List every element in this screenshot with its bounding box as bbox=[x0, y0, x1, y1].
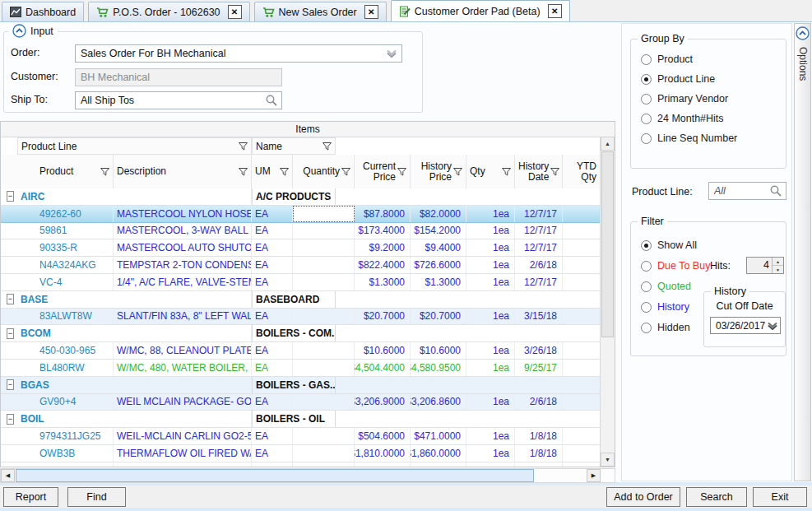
group-row-bgas[interactable]: −BGASBOILERS - GAS... bbox=[1, 377, 601, 394]
radio-button-icon[interactable] bbox=[641, 240, 652, 251]
radio-button-icon[interactable] bbox=[641, 114, 652, 124]
radio-button-icon[interactable] bbox=[641, 323, 652, 333]
scroll-up-icon[interactable]: ▲ bbox=[601, 137, 615, 151]
tab-dashboard[interactable]: Dashboard bbox=[2, 2, 84, 21]
radio-due-to-buy[interactable]: Due To Buy bbox=[641, 259, 710, 272]
item-row-owt8l3[interactable]: OWT8L3WILLIAMSON THERMFLO OIL...EA$1,733… bbox=[1, 462, 601, 467]
radio-quoted[interactable]: Quoted bbox=[641, 280, 691, 293]
radio-product-line[interactable]: Product Line bbox=[641, 72, 715, 86]
tab-p-o-s-order-1062630[interactable]: P.O.S. Order - 1062630✕ bbox=[88, 2, 249, 21]
horizontal-scrollbar[interactable]: ◀ ▶ bbox=[0, 468, 615, 483]
column-header-current-price[interactable]: Current Price bbox=[355, 155, 411, 188]
radio-button-icon[interactable] bbox=[641, 74, 652, 85]
order-combobox[interactable]: Sales Order For BH Mechanical bbox=[75, 44, 402, 63]
options-strip[interactable]: Options bbox=[794, 23, 811, 481]
product-line-field[interactable]: All bbox=[708, 182, 786, 200]
item-row-vc-4[interactable]: VC-41/4", A/C FLARE, VALVE-STEMEA$1.3000… bbox=[1, 274, 601, 291]
item-row-gv90+4[interactable]: GV90+4WEIL MCLAIN PACKAGE- GOLDEA$3,206.… bbox=[1, 394, 601, 411]
filter-funnel-icon[interactable] bbox=[341, 168, 350, 176]
group-row-airc[interactable]: −AIRCA/C PRODUCTS bbox=[1, 188, 601, 206]
report-button[interactable]: Report bbox=[3, 487, 58, 507]
filter-funnel-icon[interactable] bbox=[100, 168, 109, 176]
shipto-field[interactable]: All Ship Tos bbox=[75, 91, 282, 109]
radio-product[interactable]: Product bbox=[641, 53, 693, 66]
item-row-bl480rw[interactable]: BL480RWW/MC, 480, WATER BOILER,EA$4,504.… bbox=[1, 360, 601, 377]
vertical-scrollbar[interactable]: ▲ ▼ bbox=[600, 137, 615, 467]
item-row-83alwt8w[interactable]: 83ALWT8WSLANT/FIN 83A, 8" LEFT WALLEA$20… bbox=[1, 309, 601, 326]
add-to-order-button[interactable]: Add to Order bbox=[606, 487, 680, 507]
tab-new-sales-order[interactable]: New Sales Order✕ bbox=[254, 2, 387, 21]
column-header-ytd-qty[interactable]: YTD Qty bbox=[563, 155, 601, 188]
filter-funnel-icon[interactable] bbox=[502, 168, 511, 176]
filter-funnel-icon[interactable] bbox=[322, 142, 332, 151]
scroll-left-icon[interactable]: ◀ bbox=[1, 469, 15, 482]
filter-funnel-icon[interactable] bbox=[550, 168, 559, 176]
spin-down-icon[interactable]: ▼ bbox=[773, 266, 783, 273]
close-icon[interactable]: ✕ bbox=[228, 5, 242, 19]
quantity-cell bbox=[293, 394, 355, 411]
column-header-quantity[interactable]: Quantity bbox=[293, 155, 355, 188]
collapse-group-icon[interactable]: − bbox=[7, 379, 14, 390]
search-button[interactable]: Search bbox=[686, 487, 747, 507]
close-icon[interactable]: ✕ bbox=[548, 4, 562, 18]
close-icon[interactable]: ✕ bbox=[364, 5, 378, 19]
collapse-group-icon[interactable]: − bbox=[7, 191, 14, 202]
scroll-right-icon[interactable]: ▶ bbox=[587, 469, 601, 482]
filter-funnel-icon[interactable] bbox=[280, 168, 289, 176]
cutoff-date-combobox[interactable]: 03/26/2017 bbox=[710, 317, 781, 334]
hits-spinner[interactable]: 4 ▲ ▼ bbox=[746, 257, 784, 274]
item-row-90335-r[interactable]: 90335-RMASTERCOOL AUTO SHUTOFF...EA$9.20… bbox=[1, 239, 601, 257]
chevron-down-icon[interactable] bbox=[767, 322, 778, 330]
customer-value: BH Mechanical bbox=[81, 72, 278, 83]
column-header-description[interactable]: Description bbox=[114, 155, 252, 188]
column-header-history-date[interactable]: History Date bbox=[515, 155, 563, 188]
chevron-down-icon[interactable] bbox=[385, 49, 398, 58]
tab-customer-order-pad-beta-[interactable]: Customer Order Pad (Beta)✕ bbox=[391, 0, 570, 21]
filter-funnel-icon[interactable] bbox=[453, 168, 462, 176]
item-row-59861[interactable]: 59861MASTERCOOL, 3-WAY BALL VA...EA$173.… bbox=[1, 223, 601, 240]
radio-show-all[interactable]: Show All bbox=[641, 239, 697, 252]
filter-funnel-icon[interactable] bbox=[397, 168, 406, 176]
collapse-panel-icon[interactable] bbox=[12, 24, 26, 38]
collapse-panel-icon[interactable] bbox=[796, 26, 810, 40]
search-icon[interactable] bbox=[265, 94, 278, 107]
item-row-owb3b[interactable]: OWB3BTHERMAFLOW OIL FIRED WAT...EA$1,810… bbox=[1, 445, 601, 462]
filter-funnel-icon[interactable] bbox=[239, 168, 248, 176]
search-icon[interactable] bbox=[769, 184, 782, 197]
column-header-qty[interactable]: Qty bbox=[466, 155, 515, 188]
radio-button-icon[interactable] bbox=[641, 261, 652, 272]
collapse-group-icon[interactable]: − bbox=[7, 294, 14, 304]
exit-button[interactable]: Exit bbox=[753, 487, 807, 507]
group-row-bcom[interactable]: −BCOMBOILERS - COM... bbox=[1, 325, 601, 342]
radio-button-icon[interactable] bbox=[641, 94, 652, 105]
item-row-450-030-965[interactable]: 450-030-965W/MC, 88, CLEANOUT PLATE,...E… bbox=[1, 342, 601, 360]
radio-line-seq-number[interactable]: Line Seq Number bbox=[641, 132, 737, 145]
item-row-9794311jg25[interactable]: 9794311JG25WEIL-MCLAIN CARLIN GO2-5...EA… bbox=[1, 428, 601, 445]
radio-button-icon[interactable] bbox=[641, 54, 652, 65]
find-button[interactable]: Find bbox=[67, 487, 126, 507]
radio-button-icon[interactable] bbox=[641, 133, 652, 144]
spin-up-icon[interactable]: ▲ bbox=[773, 258, 783, 266]
quantity-cell[interactable] bbox=[293, 206, 355, 222]
group-header-name[interactable]: Name bbox=[252, 137, 336, 155]
group-header-product-line[interactable]: Product Line bbox=[17, 137, 252, 155]
column-header-history-price[interactable]: History Price bbox=[411, 155, 466, 188]
item-row-49262-60[interactable]: 49262-60MASTERCOOL NYLON HOSE S...EA$87.… bbox=[1, 206, 601, 223]
filter-funnel-icon[interactable] bbox=[239, 142, 248, 151]
group-row-base[interactable]: −BASEBASEBOARD bbox=[1, 291, 601, 309]
scroll-down-icon[interactable]: ▼ bbox=[601, 453, 615, 467]
item-row-n4a324akg[interactable]: N4A324AKGTEMPSTAR 2-TON CONDENSER,EA$822… bbox=[1, 257, 601, 274]
radio-button-icon[interactable] bbox=[641, 281, 652, 292]
collapse-group-icon[interactable]: − bbox=[7, 328, 14, 339]
horizontal-scroll-thumb[interactable] bbox=[16, 469, 534, 482]
group-row-boil[interactable]: −BOILBOILERS - OIL bbox=[1, 411, 601, 428]
radio-button-icon[interactable] bbox=[641, 302, 652, 313]
radio-history[interactable]: History bbox=[641, 300, 689, 314]
radio-primary-vendor[interactable]: Primary Vendor bbox=[641, 92, 728, 105]
radio-hidden[interactable]: Hidden bbox=[641, 321, 690, 334]
column-header-product[interactable]: Product bbox=[31, 155, 114, 188]
radio-24-month-hits[interactable]: 24 Month#Hits bbox=[641, 112, 724, 125]
column-header-um[interactable]: UM bbox=[252, 155, 293, 188]
vertical-scroll-thumb[interactable] bbox=[601, 151, 614, 337]
collapse-group-icon[interactable]: − bbox=[7, 414, 14, 425]
